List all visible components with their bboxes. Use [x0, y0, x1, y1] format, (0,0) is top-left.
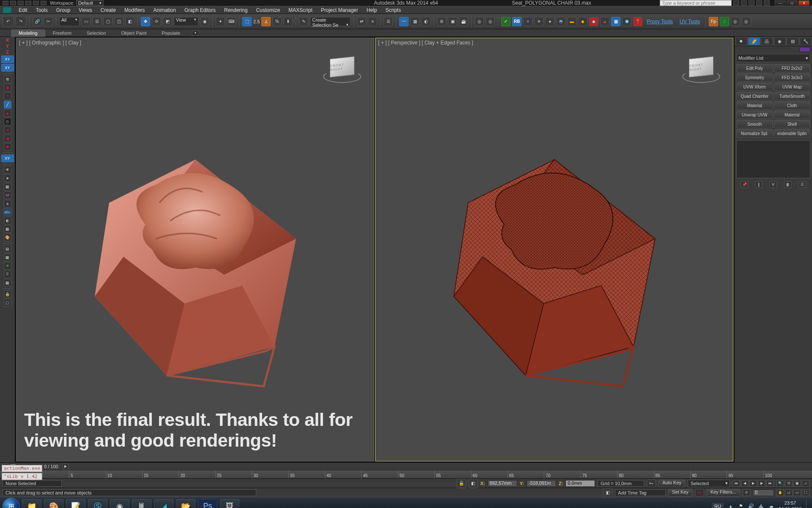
window-restore-button[interactable]: ▭ — [787, 0, 798, 6]
spinner-snap-button[interactable]: ⬍ — [283, 17, 293, 26]
axis-xy-button-2[interactable]: XY — [1, 64, 14, 72]
menu-animation[interactable]: Animation — [149, 7, 180, 13]
mod-renderable-spline[interactable]: enderable Splin — [774, 129, 811, 138]
tray-clock[interactable]: 23:57 04.01.2018 — [779, 500, 802, 508]
menu-create[interactable]: Create — [96, 7, 120, 13]
menu-help[interactable]: Help — [362, 7, 381, 13]
taskbar-3dsmax-icon[interactable]: ◢ — [154, 499, 173, 508]
axis-y-button[interactable]: Y — [3, 44, 12, 49]
vray-mesh-icon[interactable]: ▲ — [600, 17, 609, 26]
object-color-swatch[interactable] — [799, 47, 810, 52]
material-icon[interactable]: ◐ — [4, 217, 11, 224]
tray-volume-icon[interactable]: 🔊 — [748, 503, 754, 508]
snap-vertex-icon[interactable]: • — [4, 92, 11, 100]
viewport-perspective[interactable]: [ + ] [ Perspective ] [ Clay + Edged Fac… — [375, 38, 733, 461]
next-frame-button[interactable]: ▶ — [758, 480, 765, 487]
tray-language[interactable]: RU — [712, 503, 724, 508]
render-frame-button[interactable]: ▣ — [448, 17, 457, 26]
workspace-dropdown[interactable]: Default — [76, 0, 104, 6]
ribbon-tab-populate[interactable]: Populate — [154, 29, 187, 37]
redo-button[interactable]: ↷ — [15, 16, 26, 27]
tray-flag-icon[interactable]: ⚑ — [738, 503, 744, 508]
remove-mod-icon[interactable]: 🗑 — [784, 181, 792, 188]
schematic-view-button[interactable]: ▦ — [410, 17, 420, 26]
cmd-tab-utilities[interactable]: 🔧 — [800, 37, 812, 45]
nav-orbit-icon[interactable]: ⭯ — [785, 489, 793, 496]
set-key-button[interactable]: Set Key — [668, 489, 692, 497]
menu-modifiers[interactable]: Modifiers — [120, 7, 149, 13]
wireframe-toggle-icon[interactable]: ▦ — [4, 279, 11, 287]
coord-z-input[interactable]: 0,0mm — [565, 480, 595, 487]
uvw-icon[interactable]: ▦ — [4, 225, 11, 233]
vray-light-button[interactable]: ✦ — [523, 17, 532, 26]
search-help-icon[interactable] — [733, 0, 739, 6]
select-arrow-icon[interactable]: ➤ — [4, 174, 11, 182]
snap-knot-icon[interactable]: ✱ — [4, 143, 11, 151]
modifier-stack-icon[interactable]: M — [4, 191, 11, 199]
align-button[interactable]: ≡ — [368, 17, 377, 26]
isolate-icon[interactable]: 👁 — [4, 166, 11, 174]
plugin-btn-2[interactable]: ◎ — [486, 17, 495, 26]
qat-save-icon[interactable] — [18, 1, 24, 5]
angle-snap-button[interactable]: ∡ — [261, 17, 271, 26]
window-minimize-button[interactable]: — — [775, 0, 786, 6]
taskbar-explorer-icon[interactable]: 📁 — [22, 499, 41, 508]
plugin-btn-4[interactable]: ◎ — [742, 17, 751, 26]
viewport-left-label[interactable]: [ + ] [ Orthographic ] [ Clay ] — [19, 40, 81, 46]
menu-views[interactable]: Views — [74, 7, 96, 13]
ribbon-collapse-button[interactable]: ▾ — [192, 30, 199, 36]
vray-camera-icon[interactable]: ⬢ — [622, 17, 631, 26]
taskbar-notes-icon[interactable]: 📝 — [66, 499, 85, 508]
plugin-btn-3[interactable]: ◎ — [731, 17, 740, 26]
taskbar-photoshop-icon[interactable]: Ps — [198, 499, 217, 508]
ribbon-tab-modeling[interactable]: Modeling — [11, 29, 45, 37]
vray-proxy-icon[interactable]: ◆ — [589, 17, 598, 26]
mod-turbosmooth[interactable]: TurboSmooth — [774, 92, 811, 100]
nav-zoom-all-icon[interactable]: ⊡ — [785, 480, 793, 487]
goto-end-button[interactable]: ⏭ — [766, 480, 774, 487]
undo-button[interactable]: ↶ — [3, 16, 14, 27]
lock-selection-icon[interactable]: 🔓 — [457, 479, 466, 488]
relative-absolute-icon[interactable]: ◧ — [469, 479, 478, 488]
menu-customize[interactable]: Customize — [252, 7, 284, 13]
snap-center-icon[interactable]: ◀ — [4, 135, 11, 142]
ribbon-tab-freeform[interactable]: Freeform — [45, 29, 80, 37]
nav-max-toggle-icon[interactable]: ⛶ — [802, 489, 809, 496]
qat-new-icon[interactable] — [3, 1, 8, 5]
nav-zoom-icon[interactable]: 🔍 — [776, 480, 784, 487]
vray-plane-icon[interactable]: ▬ — [567, 17, 576, 26]
add-time-tag-button[interactable]: Add Time Tag — [615, 489, 666, 496]
plugin-btn-1[interactable]: ◎ — [475, 17, 484, 26]
keyboard-shortcut-button[interactable]: ⌨ — [227, 17, 236, 26]
paint-icon[interactable]: 🎨 — [4, 234, 11, 241]
key-mode-icon[interactable]: 🗝 — [695, 489, 704, 497]
taskbar-folder-icon[interactable]: 📂 — [176, 499, 195, 508]
mod-uvw-xform[interactable]: UVW Xform — [736, 83, 773, 91]
menu-graph-editors[interactable]: Graph Editors — [180, 7, 220, 13]
mirror-button[interactable]: ⇄ — [357, 17, 366, 26]
nav-pan-icon[interactable]: ✋ — [776, 489, 784, 496]
cmd-tab-create[interactable]: ✹ — [735, 37, 747, 45]
menu-maxscript[interactable]: MAXScript — [284, 7, 317, 13]
mod-quad-chamfer[interactable]: Quad Chamfer — [736, 92, 773, 100]
vray-fb-icon[interactable]: ▦ — [611, 17, 620, 26]
mod-uvw-map[interactable]: UVW Map — [774, 83, 811, 91]
mod-normalize-spline[interactable]: Normalize Spl. — [736, 129, 773, 138]
menu-tools[interactable]: Tools — [32, 7, 52, 13]
mod-edit-poly[interactable]: Edit Poly — [736, 64, 773, 72]
taskbar-skype-icon[interactable]: Ⓢ — [88, 499, 107, 508]
layer-manager-button[interactable]: ☰ — [384, 17, 393, 26]
link-button[interactable]: 🔗 — [33, 17, 42, 26]
viewport-right-label[interactable]: [ + ] [ Perspective ] [ Clay + Edged Fac… — [378, 40, 473, 46]
snap-grid-icon[interactable]: ⊞ — [4, 75, 11, 83]
key-filters-button[interactable]: Key Filters... — [707, 489, 740, 497]
pivot-button[interactable]: ◉ — [200, 17, 209, 26]
start-button[interactable]: ⊞ — [3, 498, 19, 508]
mod-material-1[interactable]: Material — [736, 101, 773, 110]
rb-button[interactable]: RB — [512, 17, 521, 26]
unlink-button[interactable]: ✂ — [44, 17, 53, 26]
qat-open-icon[interactable] — [10, 1, 16, 5]
named-sel-dropdown[interactable]: Create Selection Se — [310, 17, 351, 26]
help-search-input[interactable] — [660, 0, 732, 6]
qat-link-icon[interactable] — [41, 1, 47, 5]
